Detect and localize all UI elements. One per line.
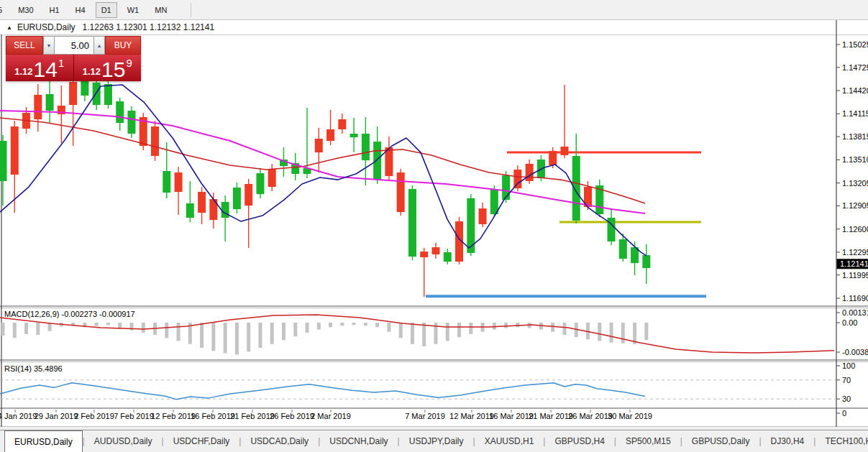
date-axis-label: 21 Feb 2019 bbox=[230, 412, 275, 420]
macd-histogram-bar bbox=[142, 323, 145, 333]
macd-histogram-bar bbox=[644, 323, 648, 340]
candle-body bbox=[479, 208, 487, 224]
timeframe-button-5[interactable]: 5 bbox=[0, 2, 8, 18]
macd-histogram-bar bbox=[293, 323, 297, 336]
date-axis-label: 12 Mar 2019 bbox=[449, 412, 494, 420]
candle-body bbox=[350, 134, 358, 137]
candle-body bbox=[127, 111, 135, 134]
current-price-label: 1.12141 bbox=[840, 259, 868, 268]
candle-body bbox=[362, 134, 370, 160]
timeframe-button-d1[interactable]: D1 bbox=[96, 2, 117, 18]
candle-body bbox=[526, 164, 534, 181]
sell-price-tile[interactable]: 1.12 14 1 bbox=[6, 55, 74, 81]
macd-histogram-bar bbox=[551, 323, 554, 332]
date-axis-label: 29 Jan 2019 bbox=[35, 412, 78, 420]
candle-body bbox=[233, 188, 241, 209]
buy-price-prefix: 1.12 bbox=[83, 66, 101, 77]
buy-price-tile[interactable]: 1.12 15 9 bbox=[74, 55, 142, 81]
candle-body bbox=[513, 170, 521, 188]
buy-price-big: 15 bbox=[101, 60, 125, 79]
price-axis-label: 1.12295 bbox=[842, 248, 868, 257]
tab-xauusd-h1[interactable]: XAUUSD,H1 bbox=[475, 430, 544, 452]
macd-histogram-bar bbox=[469, 323, 472, 334]
price-axis-label: 1.13815 bbox=[842, 132, 868, 141]
candle-body bbox=[373, 142, 381, 180]
candle-body bbox=[116, 101, 124, 123]
candle-body bbox=[444, 252, 452, 262]
tab-audusd-daily[interactable]: AUDUSD,Daily bbox=[85, 430, 162, 452]
tab-gbpusd-h4[interactable]: GBPUSD,H4 bbox=[545, 430, 613, 452]
timeframe-button-w1[interactable]: W1 bbox=[122, 2, 145, 18]
macd-histogram-bar bbox=[375, 323, 379, 327]
macd-histogram-bar bbox=[504, 323, 508, 328]
macd-histogram-bar bbox=[71, 323, 75, 325]
macd-axis-label: -0.003862 bbox=[842, 348, 868, 356]
timeframe-button-h4[interactable]: H4 bbox=[70, 2, 91, 18]
tab-tech100-h1[interactable]: TECH100,H1 bbox=[816, 430, 868, 452]
macd-histogram-bar bbox=[399, 323, 403, 338]
toolbar-divider bbox=[191, 3, 191, 17]
candle-body bbox=[163, 171, 170, 193]
buy-price-sup: 9 bbox=[126, 57, 132, 69]
date-axis-label: 26 Mar 2019 bbox=[568, 412, 613, 420]
date-axis-label: 16 Feb 2019 bbox=[191, 412, 235, 420]
candle-body bbox=[186, 203, 194, 218]
macd-histogram-bar bbox=[422, 323, 426, 346]
date-axis-label: 2 Feb 2019 bbox=[74, 412, 114, 420]
macd-histogram-bar bbox=[598, 323, 601, 341]
tab-eurusd-daily[interactable]: EURUSD,Daily bbox=[4, 430, 83, 452]
macd-histogram-bar bbox=[446, 323, 449, 341]
tab-gbpusd-daily[interactable]: GBPUSD,Daily bbox=[682, 430, 759, 452]
chart-ohlc-values: 1.12263 1.12301 1.12132 1.12141 bbox=[83, 22, 215, 32]
date-axis-label: 7 Mar 2019 bbox=[405, 412, 445, 420]
tab-usdchf-daily[interactable]: USDCHF,Daily bbox=[164, 430, 239, 452]
tab-usdjpy-daily[interactable]: USDJPY,Daily bbox=[400, 430, 473, 452]
price-axis-label: 1.11690 bbox=[842, 294, 868, 303]
candle-body bbox=[245, 184, 252, 206]
candle-body bbox=[338, 119, 346, 129]
timeframe-button-h1[interactable]: H1 bbox=[44, 2, 65, 18]
date-axis-label: 24 Jan 2019 bbox=[0, 412, 37, 420]
tab-usdcnh-daily[interactable]: USDCNH,Daily bbox=[320, 430, 397, 452]
price-axis-label: 1.12905 bbox=[842, 201, 868, 210]
timeframe-button-mn[interactable]: MN bbox=[149, 2, 173, 18]
macd-histogram-bar bbox=[364, 323, 367, 326]
date-axis-label: 12 Feb 2019 bbox=[151, 412, 196, 420]
macd-histogram-bar bbox=[457, 323, 461, 337]
macd-axis-label: 0.00 bbox=[842, 318, 857, 327]
volume-decrease-button[interactable]: ▼ bbox=[43, 36, 55, 55]
candle-body bbox=[408, 189, 416, 257]
candle-body bbox=[642, 255, 650, 268]
macd-histogram-bar bbox=[352, 323, 356, 325]
candle-body bbox=[431, 247, 439, 254]
candle-body bbox=[34, 95, 42, 119]
candle-body bbox=[490, 190, 498, 214]
macd-histogram-bar bbox=[247, 323, 250, 351]
symbol-tab-bar: EURUSD,Daily|AUDUSD,Daily|USDCHF,Daily|U… bbox=[0, 430, 868, 452]
rsi-axis-label: 30 bbox=[842, 395, 851, 403]
buy-button[interactable]: BUY bbox=[105, 36, 141, 55]
candle-body bbox=[11, 126, 19, 175]
tab-dj30-h4[interactable]: DJ30,H4 bbox=[762, 430, 814, 452]
macd-histogram-bar bbox=[306, 323, 309, 333]
macd-histogram-bar bbox=[317, 323, 321, 330]
candle-body bbox=[549, 151, 557, 165]
candle-body bbox=[572, 156, 580, 221]
candle-body bbox=[315, 139, 323, 152]
price-axis-label: 1.14420 bbox=[842, 86, 868, 95]
candle-body bbox=[560, 147, 568, 155]
volume-input[interactable] bbox=[55, 36, 93, 55]
sell-button[interactable]: SELL bbox=[6, 36, 43, 55]
macd-histogram-bar bbox=[270, 323, 274, 344]
macd-histogram-bar bbox=[329, 323, 332, 327]
macd-histogram-bar bbox=[282, 323, 285, 340]
candle-body bbox=[420, 252, 428, 257]
macd-histogram-bar bbox=[165, 323, 168, 338]
tab-usdcad-daily[interactable]: USDCAD,Daily bbox=[241, 430, 318, 452]
candle-body bbox=[151, 126, 159, 156]
tab-sp500-m15[interactable]: SP500,M15 bbox=[616, 430, 680, 452]
timeframe-button-m30[interactable]: M30 bbox=[12, 2, 39, 18]
volume-increase-button[interactable]: ▲ bbox=[93, 36, 105, 55]
collapse-arrow-icon[interactable]: ▲ bbox=[6, 24, 12, 31]
price-axis-label: 1.12600 bbox=[842, 225, 868, 234]
